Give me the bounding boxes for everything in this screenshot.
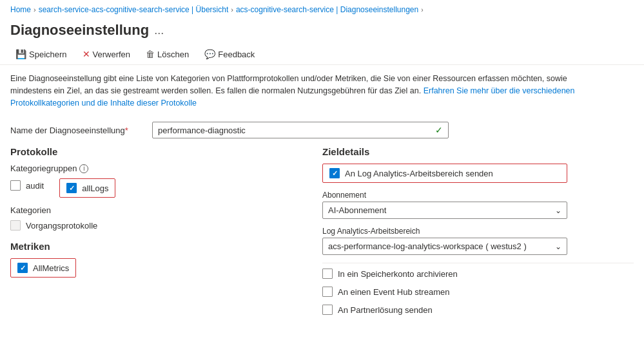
breadcrumb-diag-settings[interactable]: acs-cognitive-search-service | Diagnosee… [236,5,418,14]
partnerlosung-label: An Partnerlösung senden [338,305,433,315]
eventhub-row: An einen Event Hub streamen [322,287,634,297]
main-columns: Protokolle Kategoriegruppen i audit [10,146,634,323]
vorgangsprotokolle-row: Vorgangsprotokolle [10,220,307,231]
breadcrumb-end-chevron: › [421,6,423,14]
name-field-label: Name der Diagnoseeinstellung* [10,126,152,135]
abonnement-value: AI-Abonnement [328,205,386,215]
speicherkonto-label: In ein Speicherkonto archivieren [338,269,458,279]
protokolle-title: Protokolle [10,146,307,157]
zieldetails-section: Zieldetails An Log Analytics-Arbeitsbere… [322,146,634,315]
allLogs-label: allLogs [82,184,108,193]
allMetrics-checkbox-row: AllMetrics [17,263,69,273]
vorgangsprotokolle-checkbox[interactable] [10,220,21,231]
allLogs-checkbox[interactable] [66,183,77,193]
toolbar: 💾 Speichern ✕ Verwerfen 🗑 Löschen 💬 Feed… [0,44,644,65]
right-column: Zieldetails An Log Analytics-Arbeitsbere… [322,146,634,323]
feedback-icon: 💬 [204,49,215,59]
breadcrumb-home[interactable]: Home [10,5,31,14]
discard-icon: ✕ [83,49,90,59]
delete-label: Löschen [157,50,189,59]
allMetrics-label: AllMetrics [33,263,69,273]
save-button[interactable]: 💾 Speichern [10,46,72,62]
log-analytics-row: An Log Analytics-Arbeitsbereich senden [329,168,493,178]
partnerlosung-checkbox[interactable] [322,305,333,315]
discard-button[interactable]: ✕ Verwerfen [77,46,136,62]
other-options: In ein Speicherkonto archivieren An eine… [322,269,634,315]
abonnement-row: Abonnement AI-Abonnement ⌄ [322,191,634,219]
workspace-chevron-icon: ⌄ [555,242,561,251]
discard-label: Verwerfen [93,50,131,59]
description-box: Eine Diagnoseeinstellung gibt eine Liste… [0,65,593,117]
audit-checkbox[interactable] [10,180,21,191]
log-analytics-checkbox[interactable] [329,168,340,178]
allLogs-checkbox-row: allLogs [66,183,108,193]
vorgangsprotokolle-label: Vorgangsprotokolle [26,221,97,231]
page-title-area: Diagnoseeinstellung ... [0,19,644,44]
allMetrics-highlight-box: AllMetrics [10,258,76,278]
zieldetails-title: Zieldetails [322,146,634,157]
abonnement-dropdown[interactable]: AI-Abonnement ⌄ [322,202,567,219]
breadcrumb: Home › search-service-acs-cognitive-sear… [0,0,644,19]
kategorien-label: Kategorien [10,205,307,215]
save-icon: 💾 [15,49,26,59]
log-analytics-highlight-box: An Log Analytics-Arbeitsbereich senden [322,164,567,183]
delete-icon: 🗑 [146,49,155,59]
workspace-row: Log Analytics-Arbeitsbereich acs-perform… [322,227,634,255]
audit-checkbox-row: audit [10,180,44,191]
name-input-wrapper[interactable]: ✓ [152,122,449,138]
workspace-dropdown[interactable]: acs-performance-log-analytics-workspace … [322,238,567,255]
metriken-section: Metriken AllMetrics [10,241,307,278]
breadcrumb-search-service[interactable]: search-service-acs-cognitive-search-serv… [39,5,229,14]
page-title: Diagnoseeinstellung [10,22,149,39]
workspace-value: acs-performance-log-analytics-workspace … [328,241,527,251]
protokolle-section: Protokolle Kategoriegruppen i audit [10,146,307,231]
abonnement-chevron-icon: ⌄ [555,206,561,215]
log-analytics-label: An Log Analytics-Arbeitsbereich senden [345,169,493,178]
eventhub-label: An einen Event Hub streamen [338,287,449,297]
left-column: Protokolle Kategoriegruppen i audit [10,146,307,323]
allLogs-highlight-box: allLogs [59,178,115,198]
kategorien-section: Kategorien Vorgangsprotokolle [10,205,307,231]
speicherkonto-checkbox[interactable] [322,269,333,279]
save-label: Speichern [29,50,67,59]
allMetrics-checkbox[interactable] [17,263,28,273]
valid-check-icon: ✓ [435,125,443,135]
options-separator [322,263,634,263]
kategoriegruppen-info-icon[interactable]: i [79,164,88,173]
eventhub-checkbox[interactable] [322,287,333,297]
breadcrumb-sep-2: › [231,6,233,14]
partnerlosung-row: An Partnerlösung senden [322,305,634,315]
breadcrumb-sep-1: › [34,6,36,14]
kategoriegruppen-label: Kategoriegruppen i [10,164,307,173]
speicherkonto-row: In ein Speicherkonto archivieren [322,269,634,279]
form-area: Name der Diagnoseeinstellung* ✓ Protokol… [0,117,644,328]
name-input[interactable] [158,126,435,135]
audit-label: audit [26,181,44,191]
delete-button[interactable]: 🗑 Löschen [141,46,194,62]
metriken-title: Metriken [10,241,307,252]
feedback-label: Feedback [218,50,255,59]
feedback-button[interactable]: 💬 Feedback [199,46,260,62]
workspace-label: Log Analytics-Arbeitsbereich [322,227,634,236]
title-more-options[interactable]: ... [154,24,164,37]
abonnement-label: Abonnement [322,191,634,200]
required-marker: * [125,126,128,135]
name-field-row: Name der Diagnoseeinstellung* ✓ [10,122,634,138]
